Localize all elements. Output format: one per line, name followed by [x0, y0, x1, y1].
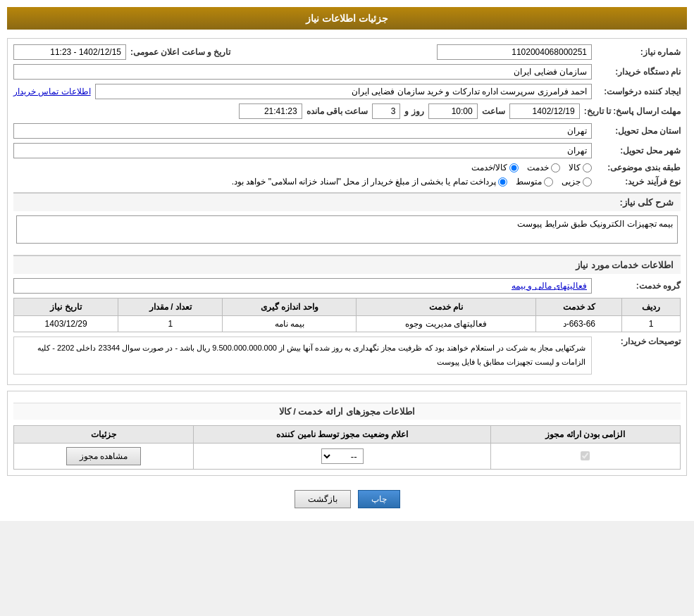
cell-unit: بیمه نامه: [223, 316, 357, 332]
process-motavasset-radio[interactable]: [544, 177, 553, 187]
footer-buttons: چاپ بازگشت: [7, 484, 687, 514]
page-wrapper: جزئیات اطلاعات نیاز شماره نیاز: 11020040…: [0, 0, 694, 521]
send-date-label: مهلت ارسال پاسخ: تا تاریخ:: [584, 106, 681, 116]
col-name: نام خدمت: [357, 298, 536, 316]
category-khedmat-radio[interactable]: [551, 163, 560, 172]
print-button[interactable]: چاپ: [358, 490, 400, 508]
process-radio-group: جزیی متوسط پرداخت تمام یا بخشی از مبلغ خ…: [232, 177, 592, 187]
creator-row: ایجاد کننده درخواست: احمد فرامرزی سرپرست…: [13, 84, 681, 99]
page-title: جزئیات اطلاعات نیاز: [7, 7, 687, 30]
city-label: شهر محل تحویل:: [596, 146, 681, 156]
need-number-value: 1102004068000251: [437, 44, 592, 60]
response-time-value: 10:00: [428, 103, 478, 119]
category-kala-khedmat-radio[interactable]: [509, 163, 519, 172]
col-code: کد خدمت: [536, 298, 622, 316]
category-kala-khedmat[interactable]: کالا/خدمت: [471, 163, 519, 172]
perm-col-status: اعلام وضعیت مجوز توسط نامین کننده: [194, 425, 491, 443]
cell-date: 1403/12/29: [14, 316, 118, 332]
service-group-row: گروه خدمت: فعالیتهای مالی و بیمه: [13, 278, 681, 294]
city-row: شهر محل تحویل: تهران: [13, 143, 681, 158]
col-unit: واحد اندازه گیری: [223, 298, 357, 316]
announce-date-value: 1402/12/15 - 11:23: [13, 44, 126, 60]
buyer-org-row: نام دستگاه خریدار: سازمان فضایی ایران: [13, 64, 681, 80]
category-row: طبقه بندی موضوعی: کالا خدمت کالا/خدمت: [13, 163, 681, 172]
province-label: استان محل تحویل:: [596, 126, 681, 136]
process-full-radio[interactable]: [498, 177, 507, 187]
permissions-table: الزامی بودن ارائه مجوز اعلام وضعیت مجوز …: [13, 425, 681, 470]
category-khedmat-label: خدمت: [527, 163, 549, 172]
cell-row: 1: [622, 316, 681, 332]
response-date-value: 1402/12/19: [509, 103, 580, 119]
process-motavasset[interactable]: متوسط: [516, 177, 553, 187]
process-jozi-label: جزیی: [562, 177, 581, 187]
buyer-org-label: نام دستگاه خریدار:: [596, 67, 681, 77]
need-number-label: شماره نیاز:: [596, 47, 681, 57]
services-title: اطلاعات خدمات مورد نیاز: [13, 255, 681, 274]
category-khedmat[interactable]: خدمت: [527, 163, 560, 172]
services-table: ردیف کد خدمت نام خدمت واحد اندازه گیری ت…: [13, 298, 681, 332]
process-row: نوع فرآیند خرید: جزیی متوسط پرداخت تمام …: [13, 177, 681, 187]
need-number-row: شماره نیاز: 1102004068000251 تاریخ و ساع…: [13, 44, 681, 60]
perm-status-select[interactable]: --: [321, 448, 364, 464]
process-jozi[interactable]: جزیی: [562, 177, 592, 187]
creator-value: احمد فرامرزی سرپرست اداره تداركات و خرید…: [95, 84, 592, 99]
response-days-value: 3: [372, 103, 400, 119]
cell-name: فعالیتهای مدیریت وجوه: [357, 316, 536, 332]
back-button[interactable]: بازگشت: [295, 490, 351, 508]
announce-date-label: تاریخ و ساعت اعلان عمومی:: [130, 47, 230, 57]
creator-label: ایجاد کننده درخواست:: [596, 87, 681, 96]
permissions-title: اطلاعات مجوزهای ارائه خدمت / کالا: [13, 403, 681, 420]
process-motavasset-label: متوسط: [516, 177, 542, 187]
perm-required-check[interactable]: [581, 451, 590, 460]
perm-required-checkbox: [497, 451, 674, 460]
category-kala-khedmat-label: کالا/خدمت: [471, 163, 507, 172]
perm-status-cell: --: [194, 443, 491, 469]
response-time-label: ساعت: [482, 106, 505, 116]
cell-qty: 1: [118, 316, 223, 332]
creator-link[interactable]: اطلاعات تماس خریدار: [13, 87, 91, 96]
response-days-label: روز و: [404, 106, 423, 116]
perm-col-required: الزامی بودن ارائه مجوز: [490, 425, 680, 443]
buyer-notes-label: توصیحات خریدار:: [596, 337, 681, 346]
table-row: 1 663-66-د فعالیتهای مدیریت وجوه بیمه نا…: [14, 316, 681, 332]
buyer-notes-row: توصیحات خریدار: شرکتهایی مجاز به شرکت در…: [13, 337, 681, 375]
response-remaining-value: 21:41:23: [239, 103, 302, 119]
description-title: شرح کلی نیاز:: [13, 192, 681, 211]
permissions-section: اطلاعات مجوزهای ارائه خدمت / کالا الزامی…: [7, 391, 687, 476]
col-qty: تعداد / مقدار: [118, 298, 223, 316]
process-label: نوع فرآیند خرید:: [596, 177, 681, 187]
response-remaining-label: ساعت باقی مانده: [306, 106, 368, 116]
buyer-notes-value: شرکتهایی مجاز به شرکت در استعلام خواهند …: [13, 337, 592, 375]
category-kala-radio[interactable]: [583, 163, 592, 172]
service-group-value: فعالیتهای مالی و بیمه: [13, 278, 592, 294]
perm-required-cell: [490, 443, 680, 469]
main-form: شماره نیاز: 1102004068000251 تاریخ و ساع…: [7, 38, 687, 385]
view-permit-button[interactable]: مشاهده مجوز: [66, 447, 141, 465]
category-kala[interactable]: کالا: [569, 163, 592, 172]
col-date: تاریخ نیاز: [14, 298, 118, 316]
col-row: ردیف: [622, 298, 681, 316]
buyer-org-value: سازمان فضایی ایران: [13, 64, 592, 80]
category-radio-group: کالا خدمت کالا/خدمت: [471, 163, 592, 172]
permissions-row: -- مشاهده مجوز: [14, 443, 681, 469]
category-kala-label: کالا: [569, 163, 581, 172]
service-group-link[interactable]: فعالیتهای مالی و بیمه: [512, 281, 587, 291]
city-value: تهران: [13, 143, 592, 158]
response-date-row: مهلت ارسال پاسخ: تا تاریخ: 1402/12/19 سا…: [13, 103, 681, 119]
process-full-label: پرداخت تمام یا بخشی از مبلغ خریدار از مح…: [232, 177, 496, 187]
province-value: تهران: [13, 123, 592, 139]
province-row: استان محل تحویل: تهران: [13, 123, 681, 139]
cell-code: 663-66-د: [536, 316, 622, 332]
process-full[interactable]: پرداخت تمام یا بخشی از مبلغ خریدار از مح…: [232, 177, 507, 187]
perm-details-cell: مشاهده مجوز: [14, 443, 194, 469]
service-group-label: گروه خدمت:: [596, 281, 681, 291]
process-jozi-radio[interactable]: [583, 177, 592, 187]
category-label: طبقه بندی موضوعی:: [596, 163, 681, 172]
description-value: بیمه تجهیزات الکترونیک طبق شرایط پیوست: [16, 215, 678, 244]
perm-col-details: جزئیات: [14, 425, 194, 443]
